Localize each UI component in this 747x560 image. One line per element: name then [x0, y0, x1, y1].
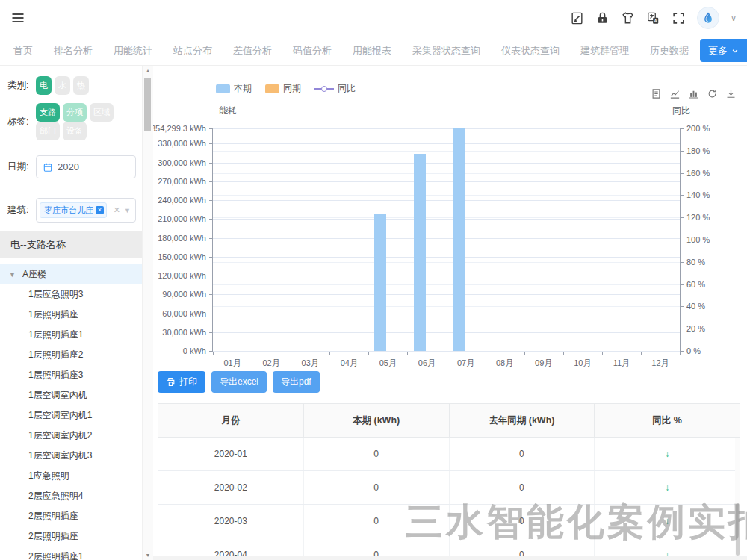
bar-07月[interactable]: [453, 128, 465, 351]
translate-icon[interactable]: A: [646, 11, 660, 25]
logo-avatar[interactable]: [697, 7, 719, 29]
tree-item[interactable]: 1层空调室内机2: [0, 426, 142, 446]
right-axis-tick: 180 %: [686, 146, 710, 155]
main-panel: 本期同期同比 能耗 同比 200 %180 %160 %140 %120 %10…: [153, 66, 747, 560]
chevron-down-icon[interactable]: ∨: [731, 13, 737, 23]
restore-icon[interactable]: [707, 88, 718, 99]
tree-item[interactable]: 2层照明插座1: [0, 547, 142, 560]
table-row: 2020-0200↓: [158, 471, 740, 505]
data-view-icon[interactable]: [651, 88, 662, 99]
fullscreen-icon[interactable]: [672, 11, 686, 25]
tab-差值分析[interactable]: 差值分析: [223, 36, 282, 65]
scrollbar-thumb[interactable]: [144, 78, 151, 131]
theme-shirt-icon[interactable]: [621, 11, 635, 25]
legend-同期[interactable]: 同期: [265, 82, 301, 95]
data-table: 月份本期 (kWh)去年同期 (kWh)同比 % 2020-0100↓2020-…: [158, 403, 740, 560]
tree-item[interactable]: 1层应急照明3: [0, 284, 142, 305]
menu-icon[interactable]: [10, 10, 25, 25]
table-scrollbar-thumb[interactable]: [736, 503, 740, 556]
tree-item[interactable]: 1层空调室内机: [0, 385, 142, 405]
tag-option-支路[interactable]: 支路: [36, 103, 60, 122]
table-scrollbar[interactable]: [735, 438, 740, 560]
bar-05月[interactable]: [374, 214, 386, 351]
export-excel-button[interactable]: 导出excel: [211, 371, 267, 393]
tree-item[interactable]: 1层照明插座3: [0, 365, 142, 385]
table-head: 月份本期 (kWh)去年同期 (kWh)同比 %: [158, 404, 740, 438]
date-row: 日期: 2020: [7, 155, 142, 178]
tab-首页[interactable]: 首页: [3, 36, 43, 65]
tab-用能统计[interactable]: 用能统计: [103, 36, 163, 65]
x-axis-tick: 03月: [302, 358, 319, 369]
select-caret-icon: ▼: [124, 207, 131, 214]
left-axis-tick: 210,000 kWh: [158, 214, 206, 223]
x-axis-tick: 12月: [651, 358, 669, 369]
print-button[interactable]: 打印: [158, 371, 205, 393]
legend-同比[interactable]: 同比: [314, 82, 356, 95]
tab-站点分布[interactable]: 站点分布: [163, 36, 223, 65]
tag-close-icon[interactable]: ×: [96, 206, 104, 214]
building-label: 建筑:: [7, 204, 36, 217]
tab-label: 排名分析: [54, 44, 93, 57]
category-option-热[interactable]: 热: [73, 76, 89, 95]
left-axis-tick: 60,000 kWh: [162, 309, 206, 318]
table-row: 2020-0100↓: [158, 438, 740, 471]
legend-line-symbol: [314, 84, 334, 93]
tree-item[interactable]: 1层照明插座2: [0, 345, 142, 365]
tag-option-设备[interactable]: 设备: [63, 122, 87, 140]
scroll-up-icon[interactable]: ▲: [143, 68, 153, 73]
tab-码值分析[interactable]: 码值分析: [282, 36, 342, 65]
bar-06月[interactable]: [414, 154, 426, 351]
tab-仪表状态查询[interactable]: 仪表状态查询: [491, 36, 570, 65]
tree-item[interactable]: 1应急照明: [0, 466, 142, 486]
sidebar-scrollbar[interactable]: ▲ ▼: [142, 66, 153, 560]
tree-item[interactable]: 1层空调室内机3: [0, 446, 142, 466]
left-axis-tick: 120,000 kWh: [158, 271, 206, 280]
tree-item[interactable]: 1层空调室内机1: [0, 405, 142, 426]
clear-icon[interactable]: ✕: [114, 205, 120, 215]
tree-item[interactable]: 2层应急照明4: [0, 486, 142, 506]
scroll-down-icon[interactable]: ▼: [143, 553, 153, 558]
tab-label: 仪表状态查询: [501, 44, 560, 57]
tag-option-分项[interactable]: 分项: [63, 103, 87, 122]
building-select[interactable]: 枣庄市台儿庄 × ✕ ▼: [36, 198, 136, 223]
export-pdf-button[interactable]: 导出pdf: [273, 371, 320, 393]
tab-建筑群管理[interactable]: 建筑群管理: [570, 36, 639, 65]
cell-yoy: ↓: [595, 505, 740, 538]
x-axis-tick: 09月: [535, 358, 552, 369]
sidebar: 类别: 电水热 标签: 支路分项区域部门设备 日期: 2020 建筑: 枣庄市台…: [0, 66, 142, 560]
legend-本期[interactable]: 本期: [216, 82, 252, 95]
date-input[interactable]: 2020: [36, 155, 136, 178]
right-axis-tick: 80 %: [686, 258, 705, 267]
tree-caret-icon[interactable]: ▼: [9, 271, 16, 279]
line-chart-icon[interactable]: [669, 88, 681, 99]
tree-item[interactable]: 2层照明插座: [0, 526, 142, 547]
right-axis-tick: 160 %: [686, 169, 710, 178]
lock-icon[interactable]: [595, 11, 610, 25]
legend-label: 本期: [234, 82, 252, 95]
right-axis-tick: 200 %: [686, 124, 710, 133]
tab-排名分析[interactable]: 排名分析: [43, 36, 103, 65]
content-area: 类别: 电水热 标签: 支路分项区域部门设备 日期: 2020 建筑: 枣庄市台…: [0, 66, 747, 560]
table-column-header: 月份: [158, 404, 304, 438]
tab-历史数据[interactable]: 历史数据: [639, 36, 699, 65]
category-option-电[interactable]: 电: [36, 76, 52, 95]
tree-item[interactable]: 2层照明插座: [0, 506, 142, 526]
tree-item[interactable]: 1层照明插座: [0, 305, 142, 325]
horizontal-scrollbar[interactable]: [153, 556, 747, 560]
tab-用能报表[interactable]: 用能报表: [342, 36, 402, 65]
tab-label: 首页: [13, 44, 33, 57]
left-axis-tick: 150,000 kWh: [158, 252, 206, 261]
tags-label: 标签:: [7, 116, 36, 128]
tree-item[interactable]: 1层照明插座1: [0, 325, 142, 345]
tab-采集器状态查询[interactable]: 采集器状态查询: [402, 36, 491, 65]
table-column-header: 同比 %: [595, 404, 740, 438]
tab-label: 建筑群管理: [580, 44, 629, 57]
tag-option-区域[interactable]: 区域: [90, 103, 114, 122]
more-button[interactable]: 更多: [700, 39, 747, 62]
bar-chart-icon[interactable]: [688, 88, 699, 99]
download-icon[interactable]: [725, 88, 737, 99]
edit-note-icon[interactable]: [570, 11, 584, 25]
tag-option-部门[interactable]: 部门: [36, 122, 60, 140]
category-option-水[interactable]: 水: [55, 76, 70, 95]
tree-root-item[interactable]: ▼A座楼: [0, 264, 142, 284]
